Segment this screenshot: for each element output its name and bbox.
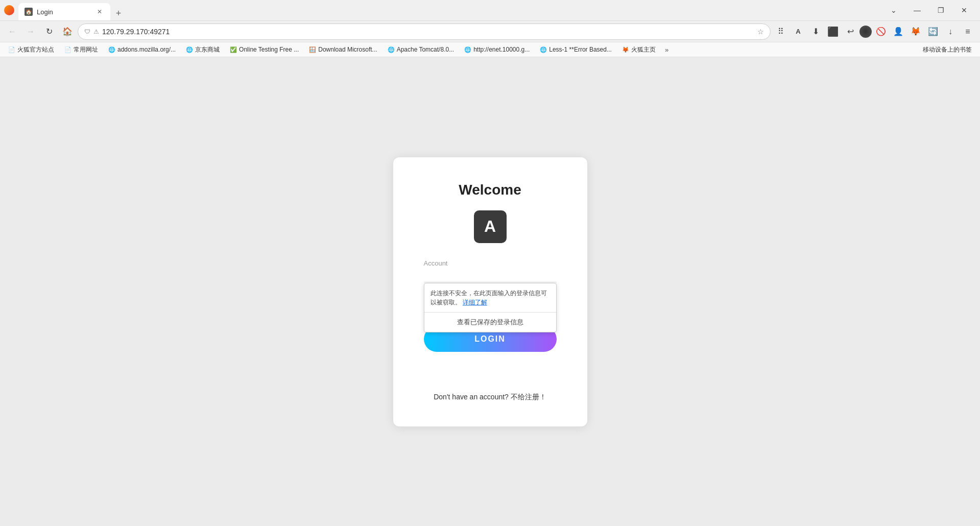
bookmarks-bar: 📄 火狐官方站点 📄 常用网址 🌐 addons.mozilla.org/...… bbox=[0, 42, 980, 57]
navigation-bar: ← → ↻ 🏠 🛡 ⚠ 120.79.29.170:49271 ☆ ⠿ A ⬇ … bbox=[0, 20, 980, 42]
maximize-button[interactable]: ❐ bbox=[929, 3, 952, 17]
firefox-logo bbox=[4, 5, 14, 15]
firefox-sync-icon[interactable]: 🦊 bbox=[907, 23, 924, 40]
bookmark-firefox-site[interactable]: 📄 火狐官方站点 bbox=[4, 44, 58, 56]
register-link[interactable]: 不给注册！ bbox=[511, 393, 546, 401]
bookmark-icon: ✅ bbox=[230, 46, 237, 53]
bookmark-label: 京东商城 bbox=[195, 45, 220, 54]
bookmark-icon: 📄 bbox=[64, 46, 71, 53]
avatar: A bbox=[474, 210, 507, 243]
tab-close-button[interactable]: ✕ bbox=[95, 7, 104, 16]
account-icon[interactable]: 👤 bbox=[890, 23, 906, 40]
bookmark-label: 火狐主页 bbox=[631, 45, 656, 54]
warning-learn-more-link[interactable]: 详细了解 bbox=[463, 299, 487, 306]
account-label: Account bbox=[424, 259, 557, 267]
containers-icon[interactable] bbox=[859, 26, 872, 38]
bookmark-common-sites[interactable]: 📄 常用网址 bbox=[60, 44, 102, 56]
bookmark-label: Download Microsoft... bbox=[318, 46, 377, 53]
bookmark-addons[interactable]: 🌐 addons.mozilla.org/... bbox=[104, 44, 180, 55]
bookmark-icon: 🪟 bbox=[309, 46, 316, 53]
toolbar-icons: ⠿ A ⬇ ⬛ ↩ 🚫 👤 🦊 🔄 ↓ ≡ bbox=[773, 23, 976, 40]
active-tab[interactable]: 🏠 Login ✕ bbox=[18, 3, 110, 20]
bookmark-label: http://enet.10000.g... bbox=[473, 46, 530, 53]
new-tab-button[interactable]: + bbox=[111, 6, 126, 20]
tab-bar: 🏠 Login ✕ + bbox=[18, 0, 878, 20]
more-tools-icon[interactable]: ↓ bbox=[942, 23, 959, 40]
bookmark-icon: 🌐 bbox=[388, 46, 395, 53]
welcome-title: Welcome bbox=[459, 182, 521, 198]
bookmark-star-icon[interactable]: ☆ bbox=[757, 28, 764, 36]
bookmark-label: 常用网址 bbox=[74, 45, 98, 54]
bookmark-label: 火狐官方站点 bbox=[17, 45, 54, 54]
close-button[interactable]: ✕ bbox=[952, 3, 976, 17]
bookmark-online-testing[interactable]: ✅ Online Testing Free ... bbox=[226, 44, 303, 55]
register-section: Don't have an account? 不给注册！ bbox=[434, 393, 546, 402]
back-button[interactable]: ← bbox=[4, 23, 20, 40]
bookmark-label: addons.mozilla.org/... bbox=[117, 46, 176, 53]
bookmark-label: Less-1 **Error Based... bbox=[549, 46, 612, 53]
more-bookmarks-button[interactable]: » bbox=[662, 44, 672, 55]
account-form-group: Account 此连接不安全，在此页面输入的登录信息可以被窃取。 详细了解 查看… bbox=[424, 259, 557, 282]
page-content: Welcome A Account 此连接不安全，在此页面输入的登录信息可以被窃… bbox=[0, 57, 980, 526]
minimize-button[interactable]: — bbox=[905, 3, 929, 17]
bookmark-icon: 🌐 bbox=[186, 46, 193, 53]
bookmark-icon: 🌐 bbox=[540, 46, 547, 53]
login-card: Welcome A Account 此连接不安全，在此页面输入的登录信息可以被窃… bbox=[393, 157, 587, 426]
bookmark-less1[interactable]: 🌐 Less-1 **Error Based... bbox=[536, 44, 616, 55]
security-icon: 🛡 bbox=[84, 28, 90, 35]
forward-button[interactable]: → bbox=[22, 23, 39, 40]
bookmark-label: Apache Tomcat/8.0... bbox=[397, 46, 455, 53]
tab-title: Login bbox=[37, 8, 91, 16]
bookmark-icon: 🌐 bbox=[464, 46, 471, 53]
home-button[interactable]: 🏠 bbox=[59, 23, 76, 40]
tab-list-button[interactable]: ⌄ bbox=[882, 3, 905, 17]
bookmark-icon: 🌐 bbox=[108, 46, 115, 53]
saved-logins-option[interactable]: 查看已保存的登录信息 bbox=[424, 313, 556, 332]
addon-icon[interactable]: 🔄 bbox=[925, 23, 941, 40]
register-prompt-text: Don't have an account? bbox=[434, 393, 509, 401]
block-icon[interactable]: 🚫 bbox=[873, 23, 889, 40]
warning-text: 此连接不安全，在此页面输入的登录信息可以被窃取。 bbox=[431, 290, 547, 306]
downloads-icon[interactable]: ⬇ bbox=[807, 23, 824, 40]
menu-button[interactable]: ≡ bbox=[960, 23, 976, 40]
dropdown-warning-message: 此连接不安全，在此页面输入的登录信息可以被窃取。 详细了解 bbox=[424, 283, 556, 313]
url-display: 120.79.29.170:49271 bbox=[102, 28, 754, 36]
password-dropdown: 此连接不安全，在此页面输入的登录信息可以被窃取。 详细了解 查看已保存的登录信息 bbox=[424, 283, 557, 332]
history-icon[interactable]: ↩ bbox=[842, 23, 858, 40]
translate-icon[interactable]: A bbox=[790, 23, 806, 40]
pocket-icon[interactable]: ⬛ bbox=[825, 23, 841, 40]
bookmark-jd[interactable]: 🌐 京东商城 bbox=[182, 44, 224, 56]
extensions-icon[interactable]: ⠿ bbox=[773, 23, 789, 40]
bookmark-firefox-home[interactable]: 🦊 火狐主页 bbox=[618, 44, 660, 56]
bookmark-label: Online Testing Free ... bbox=[239, 46, 299, 53]
warning-icon: ⚠ bbox=[93, 28, 99, 35]
account-input[interactable] bbox=[424, 269, 557, 282]
mobile-bookmarks[interactable]: 移动设备上的书签 bbox=[919, 44, 976, 56]
address-bar[interactable]: 🛡 ⚠ 120.79.29.170:49271 ☆ bbox=[78, 23, 771, 40]
tab-favicon: 🏠 bbox=[25, 8, 33, 16]
refresh-button[interactable]: ↻ bbox=[41, 23, 57, 40]
bookmark-enet[interactable]: 🌐 http://enet.10000.g... bbox=[460, 44, 534, 55]
bookmark-icon: 📄 bbox=[8, 46, 15, 53]
bookmark-tomcat[interactable]: 🌐 Apache Tomcat/8.0... bbox=[384, 44, 459, 55]
mobile-bookmarks-label: 移动设备上的书签 bbox=[923, 45, 972, 54]
bookmark-icon: 🦊 bbox=[622, 46, 629, 53]
bookmark-microsoft[interactable]: 🪟 Download Microsoft... bbox=[305, 44, 381, 55]
